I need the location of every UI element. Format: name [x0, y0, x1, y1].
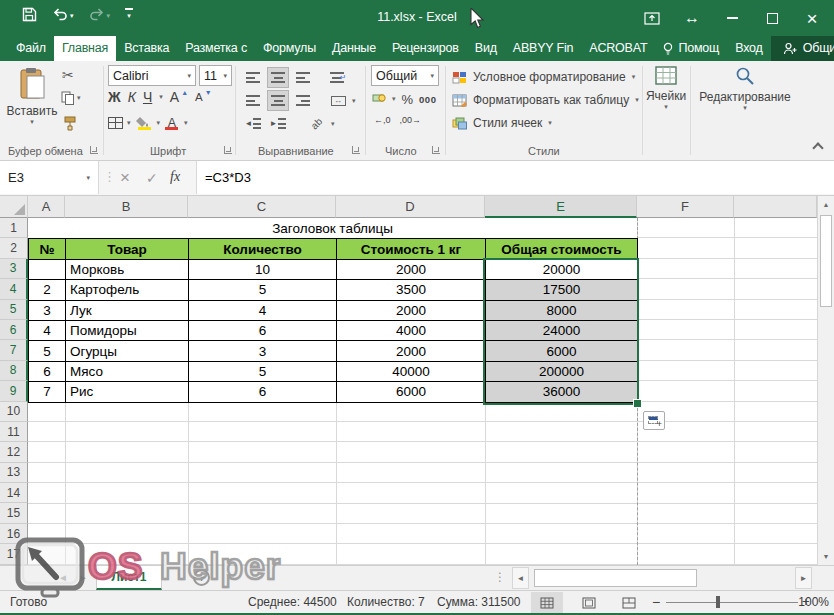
orientation-icon[interactable]: ab: [306, 113, 328, 134]
merge-dropdown-icon[interactable]: ▾: [352, 97, 356, 105]
copy-icon[interactable]: ▾: [61, 91, 81, 105]
row-header[interactable]: 7: [0, 340, 28, 360]
tab-scroll-splitter[interactable]: ⋮: [494, 570, 506, 584]
number-format-combo[interactable]: Общий▾: [371, 65, 439, 86]
cell-c3[interactable]: 10: [189, 260, 337, 280]
comma-style-icon[interactable]: 000: [419, 94, 436, 105]
cell-b6[interactable]: Помидоры: [66, 321, 189, 341]
sign-in-button[interactable]: Вход: [727, 36, 770, 61]
zoom-slider-thumb[interactable]: [716, 596, 720, 608]
page-layout-view-button[interactable]: [573, 592, 605, 613]
cell-c5[interactable]: 4: [189, 301, 337, 321]
cell-b5[interactable]: Лук: [66, 301, 189, 321]
underline-button[interactable]: Ч: [143, 89, 152, 105]
zoom-slider-track[interactable]: [666, 602, 798, 603]
cell-styles-button[interactable]: Стили ячеек▾: [452, 112, 552, 134]
row-header[interactable]: 10: [0, 402, 28, 422]
cell-c6[interactable]: 6: [189, 321, 337, 341]
name-box-dropdown-icon[interactable]: ▾: [86, 174, 90, 182]
cell-d5[interactable]: 2000: [337, 301, 486, 321]
column-header-g[interactable]: [734, 196, 817, 218]
resize-icon[interactable]: ↔: [672, 0, 712, 36]
tab-view[interactable]: Вид: [467, 36, 505, 61]
tab-abbyy[interactable]: ABBYY Fin: [505, 36, 582, 61]
row-header[interactable]: 4: [0, 279, 28, 299]
orientation-dropdown-icon[interactable]: ▾: [331, 120, 335, 128]
formula-bar-handle[interactable]: ⋮: [103, 169, 116, 184]
header-cell[interactable]: Товар: [66, 239, 189, 259]
cell-c9[interactable]: 6: [189, 382, 337, 402]
cell-e6[interactable]: 24000: [486, 321, 638, 341]
cell-e7[interactable]: 6000: [486, 341, 638, 361]
format-as-table-button[interactable]: Форматировать как таблицу▾: [452, 89, 639, 111]
cell-b3[interactable]: Морковь: [66, 260, 189, 280]
row-header[interactable]: 3: [0, 259, 28, 279]
prev-sheet-icon[interactable]: ◄: [58, 572, 68, 583]
format-painter-icon[interactable]: [63, 116, 77, 135]
wrap-text-icon[interactable]: ↵: [327, 67, 349, 88]
paste-dropdown-icon[interactable]: ▾: [6, 118, 58, 126]
normal-view-button[interactable]: [531, 592, 563, 613]
cell-e8[interactable]: 200000: [486, 362, 638, 382]
cell-c8[interactable]: 5: [189, 362, 337, 382]
accounting-dropdown-icon[interactable]: ▾: [392, 95, 396, 103]
row-header[interactable]: 2: [0, 238, 28, 258]
header-cell[interactable]: Количество: [189, 239, 337, 259]
vertical-scroll-thumb[interactable]: [820, 215, 832, 307]
bold-button[interactable]: Ж: [108, 89, 121, 105]
align-top-icon[interactable]: [242, 67, 264, 88]
tab-tell-me[interactable]: Помощ: [655, 36, 727, 61]
fill-color-icon[interactable]: [135, 114, 153, 132]
cell-b8[interactable]: Мясо: [66, 362, 189, 382]
row-header[interactable]: 8: [0, 361, 28, 381]
increase-decimal-icon[interactable]: ←,0: [374, 115, 391, 125]
zoom-out-button[interactable]: −: [652, 594, 660, 610]
borders-icon[interactable]: [108, 117, 123, 129]
ribbon-display-options-icon[interactable]: [632, 0, 672, 36]
cell-a4[interactable]: 2: [29, 280, 66, 300]
decrease-indent-icon[interactable]: ◄: [242, 113, 264, 134]
cell-e4[interactable]: 17500: [486, 280, 638, 300]
tab-data[interactable]: Данные: [324, 36, 384, 61]
alignment-dialog-launcher[interactable]: [352, 146, 360, 154]
font-dialog-launcher[interactable]: [224, 146, 232, 154]
tab-home[interactable]: Главная: [54, 36, 116, 61]
collapse-ribbon-icon[interactable]: [812, 142, 823, 153]
column-header-b[interactable]: B: [65, 196, 188, 218]
merged-title-cell[interactable]: Заголовок таблицы: [28, 218, 637, 238]
editing-dropdown-icon[interactable]: ▾: [743, 104, 747, 112]
cell-d8[interactable]: 40000: [337, 362, 486, 382]
cell-a3[interactable]: [29, 260, 66, 280]
cut-icon[interactable]: ✂: [62, 67, 74, 83]
row-header[interactable]: 13: [0, 463, 28, 483]
sheet-cells[interactable]: Заголовок таблицы № Товар Количество Сто…: [28, 218, 817, 565]
select-all-button[interactable]: [0, 196, 28, 218]
confirm-entry-icon[interactable]: ✓: [146, 170, 158, 186]
tab-file[interactable]: Файл: [8, 36, 54, 61]
font-size-combo[interactable]: 11▾: [199, 65, 232, 86]
cell-a5[interactable]: 3: [29, 301, 66, 321]
horizontal-scroll-thumb[interactable]: [534, 569, 697, 587]
cell-e3-active[interactable]: 20000: [486, 260, 638, 280]
cell-d9[interactable]: 6000: [337, 382, 486, 402]
cell-b9[interactable]: Рис: [66, 382, 189, 402]
cell-a6[interactable]: 4: [29, 321, 66, 341]
autofill-options-button[interactable]: +: [643, 411, 665, 430]
hscroll-left-icon[interactable]: ◄: [512, 567, 529, 589]
increase-indent-icon[interactable]: ►: [267, 113, 289, 134]
cell-d7[interactable]: 2000: [337, 341, 486, 361]
row-header[interactable]: 17: [0, 544, 28, 564]
editing-button[interactable]: Редактирование ▾: [702, 66, 788, 112]
close-button[interactable]: ×: [792, 0, 832, 36]
next-sheet-icon[interactable]: ►: [78, 572, 88, 583]
italic-button[interactable]: К: [128, 89, 136, 105]
paste-button[interactable]: Вставить ▾: [6, 65, 58, 141]
tab-acrobat[interactable]: ACROBAT: [581, 36, 655, 61]
increase-font-button[interactable]: А: [170, 89, 179, 105]
cell-b4[interactable]: Картофель: [66, 280, 189, 300]
new-sheet-button[interactable]: +: [193, 569, 210, 586]
percent-style-icon[interactable]: %: [402, 92, 414, 107]
insert-function-icon[interactable]: fx: [170, 169, 180, 185]
cancel-entry-icon[interactable]: ×: [120, 168, 130, 188]
decrease-font-button[interactable]: А: [195, 91, 203, 103]
